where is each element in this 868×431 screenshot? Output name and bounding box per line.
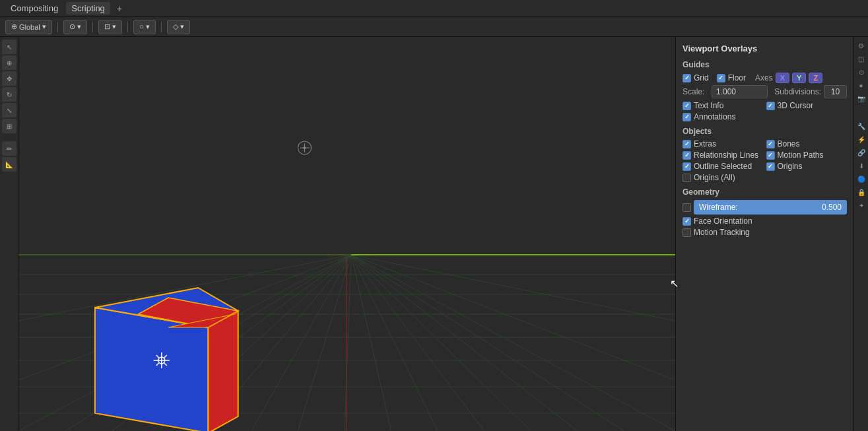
svg-line-41 (164, 363, 167, 366)
tool-transform[interactable]: ⊞ (2, 119, 17, 133)
text-info-checkbox[interactable] (683, 102, 691, 110)
motion-tracking-row: Motion Tracking (683, 228, 847, 237)
guides-section-header: Guides (683, 60, 847, 69)
subdivisions-label: Subdivisions: (774, 87, 821, 96)
tool-annotate[interactable]: ✏ (2, 141, 17, 156)
outline-checkbox[interactable] (683, 162, 691, 171)
extras-col: Extras (683, 139, 764, 149)
svg-line-38 (156, 355, 159, 358)
svg-marker-31 (208, 311, 238, 431)
proportional-edit-button[interactable]: ○ ▾ (133, 20, 156, 34)
extras-label: Extras (694, 139, 716, 149)
scale-value[interactable]: 1.000 (712, 85, 768, 98)
bones-checkbox[interactable] (766, 140, 775, 149)
transform-pivot-button[interactable]: ⊙ ▾ (63, 20, 87, 34)
origins-checkbox[interactable] (766, 162, 775, 171)
origins-all-label: Origins (All) (694, 173, 735, 182)
viewport-overlays-panel: Viewport Overlays Guides Grid Floor Axes… (675, 37, 853, 431)
scale-label: Scale: (683, 87, 709, 96)
svg-rect-0 (18, 37, 675, 431)
cursor-3d-col: 3D Cursor (766, 101, 848, 110)
svg-line-10 (298, 255, 351, 431)
right-icon-tools[interactable]: 🔧 (855, 120, 867, 132)
tool-measure[interactable]: 📐 (2, 157, 17, 172)
bones-col: Bones (766, 139, 848, 149)
extras-bones-row: Extras Bones (683, 139, 847, 149)
wireframe-bar[interactable]: Wireframe: 0.500 (694, 200, 847, 215)
snap-button[interactable]: ⊡ ▾ (98, 20, 122, 34)
right-icon-camera[interactable]: 📷 (855, 92, 867, 104)
grid-checkbox[interactable] (683, 74, 691, 83)
motion-tracking-checkbox[interactable] (683, 228, 691, 237)
3d-viewport[interactable]: ↖ (18, 37, 675, 431)
svg-point-42 (298, 141, 311, 154)
motion-paths-checkbox[interactable] (766, 151, 775, 160)
svg-line-11 (251, 255, 351, 431)
right-icon-constraints[interactable]: 🔒 (855, 186, 867, 198)
add-tab-button[interactable]: + (113, 2, 126, 15)
svg-line-20 (351, 255, 391, 431)
dropdown-icon: ▾ (42, 22, 46, 31)
motion-tracking-label: Motion Tracking (694, 228, 750, 237)
wireframe-checkbox[interactable] (683, 203, 691, 212)
outline-col: Outline Selected (683, 162, 764, 171)
right-icon-modifiers[interactable]: 🔵 (855, 173, 867, 185)
svg-line-13 (158, 255, 351, 431)
axis-z-button[interactable]: Z (809, 73, 822, 83)
extras-checkbox[interactable] (683, 140, 691, 149)
face-orientation-label: Face Orientation (694, 216, 752, 226)
relationship-checkbox[interactable] (683, 151, 691, 160)
svg-line-26 (351, 255, 675, 431)
keyframe-button[interactable]: ◇ ▾ (167, 20, 190, 34)
right-icon-overlay[interactable]: ⊙ (855, 66, 867, 78)
tool-move[interactable]: ✥ (2, 71, 17, 86)
mouse-cursor: ↖ (670, 277, 675, 290)
axis-x-button[interactable]: X (776, 73, 789, 83)
motion-paths-label: Motion Paths (778, 150, 824, 160)
grid-label: Grid (694, 73, 709, 83)
outline-label: Outline Selected (694, 162, 752, 171)
right-icon-view[interactable]: ◫ (855, 53, 867, 65)
tool-rotate[interactable]: ↻ (2, 87, 17, 102)
axes-label: Axes (755, 73, 773, 83)
svg-line-15 (65, 255, 351, 431)
annotations-checkbox[interactable] (683, 113, 691, 121)
annotations-row: Annotations (683, 112, 847, 121)
svg-line-24 (351, 255, 578, 431)
svg-line-23 (351, 255, 531, 431)
right-icon-links[interactable]: 🔗 (855, 147, 867, 158)
tool-select[interactable]: ↖ (2, 40, 17, 54)
origins-label: Origins (778, 162, 803, 171)
floor-checkbox[interactable] (717, 74, 725, 83)
right-icon-particles[interactable]: ✦ (855, 199, 867, 211)
toolbar-divider-3 (127, 22, 128, 32)
menu-item-scripting[interactable]: Scripting (66, 2, 110, 15)
origins-all-row: Origins (All) (683, 173, 847, 182)
svg-point-37 (158, 357, 165, 364)
cursor-3d-checkbox[interactable] (766, 102, 775, 110)
tool-cursor[interactable]: ⊕ (2, 55, 17, 70)
wireframe-row: Wireframe: 0.500 (683, 200, 847, 215)
global-transform-button[interactable]: ⊕ Global ▾ (5, 20, 52, 34)
svg-line-40 (156, 363, 159, 366)
svg-line-39 (164, 355, 167, 358)
origins-all-checkbox[interactable] (683, 174, 691, 182)
svg-line-28 (351, 255, 675, 321)
relationship-label: Relationship Lines (694, 150, 758, 160)
left-toolbar: ↖ ⊕ ✥ ↻ ⤡ ⊞ ✏ 📐 (0, 37, 18, 431)
right-icon-properties[interactable]: ⚡ (855, 133, 867, 145)
right-icon-shading[interactable]: ● (855, 79, 867, 91)
wireframe-value: 0.500 (822, 203, 842, 212)
right-icon-settings[interactable]: ⚙ (855, 40, 867, 51)
global-label: Global (19, 23, 40, 31)
subdivisions-value[interactable]: 10 (824, 85, 847, 98)
axis-y-button[interactable]: Y (792, 73, 806, 83)
right-icon-transform[interactable]: ⬇ (855, 160, 867, 172)
svg-line-18 (18, 255, 351, 321)
svg-marker-30 (95, 308, 208, 431)
face-orientation-checkbox[interactable] (683, 217, 691, 226)
menu-item-compositing[interactable]: Compositing (5, 2, 63, 15)
svg-line-16 (18, 255, 351, 431)
main-area: ↖ ⊕ ✥ ↻ ⤡ ⊞ ✏ 📐 (0, 37, 868, 431)
tool-scale[interactable]: ⤡ (2, 103, 17, 117)
